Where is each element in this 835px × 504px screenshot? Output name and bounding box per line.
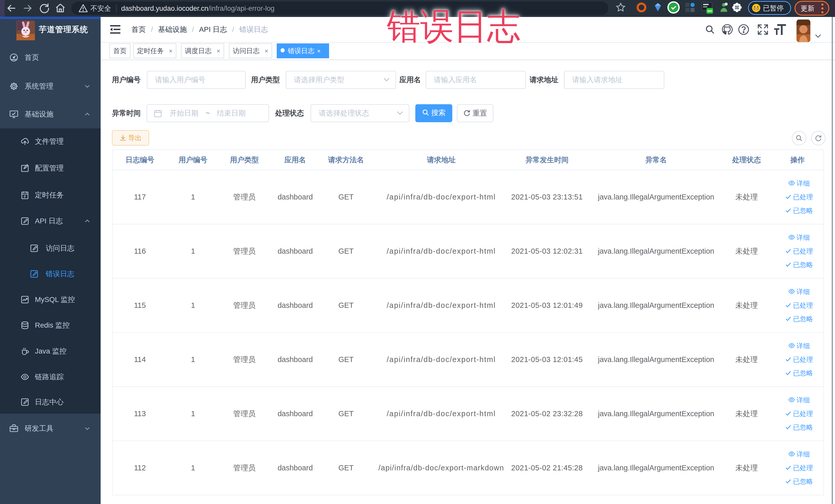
svg-text:on: on bbox=[708, 8, 712, 13]
